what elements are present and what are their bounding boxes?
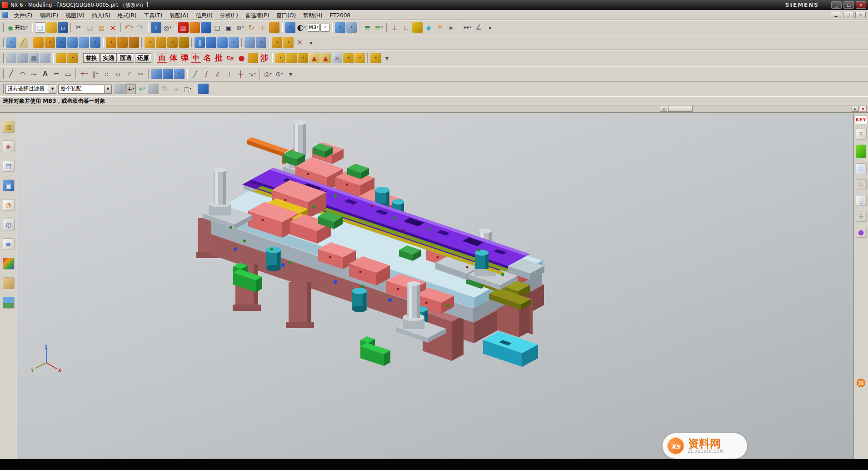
start-menu-button[interactable]: ◉开始▾ <box>6 22 30 33</box>
copy-icon[interactable]: ▤ <box>85 22 95 33</box>
layer-settings-icon[interactable]: ≡ <box>362 22 373 33</box>
perpendicular-icon[interactable]: ⊥ <box>224 69 234 79</box>
toolbar-drag-handle[interactable] <box>2 53 4 63</box>
key-icon[interactable] <box>412 22 423 33</box>
line-icon[interactable]: ╱ <box>6 69 16 79</box>
draft-icon[interactable]: ▾ <box>167 37 178 48</box>
hole-icon[interactable] <box>67 37 78 48</box>
blue-cube-icon[interactable] <box>201 22 211 33</box>
undo-selection-icon[interactable]: ↩ <box>137 84 147 94</box>
zoom-window-icon[interactable]: ▢ <box>212 22 223 33</box>
toolbar-drag-handle[interactable] <box>2 69 4 79</box>
battery-icon[interactable] <box>856 145 866 158</box>
flag-icon-2[interactable]: ▲ <box>320 53 331 63</box>
orient-view-cube-icon[interactable] <box>198 84 209 94</box>
fillet-icon[interactable]: ◜ <box>124 69 135 79</box>
rectangle-icon[interactable]: ▭ <box>63 69 73 79</box>
cut-icon[interactable]: ✂ <box>74 22 84 33</box>
pattern-curve-icon[interactable]: :: <box>101 69 112 79</box>
menu-item-4[interactable]: 插入(S) <box>88 11 114 20</box>
new-file-icon[interactable]: ▢ <box>35 22 45 33</box>
purple-ball-icon[interactable]: ● <box>856 227 867 238</box>
n-sided-icon[interactable]: ▾ <box>229 37 239 48</box>
surface-tool-icon[interactable]: ▾ <box>67 53 78 63</box>
block-icon[interactable]: ▾ <box>56 37 66 48</box>
marquee-select-icon[interactable]: ▢▾ <box>182 84 193 94</box>
offset-face-icon[interactable]: ▾ <box>272 37 282 48</box>
drag-handle-icon[interactable]: + <box>171 84 181 94</box>
solid-translucent-button[interactable]: 实透 <box>100 53 117 63</box>
shaded-view-icon[interactable]: ▾ <box>285 22 295 33</box>
swept-icon[interactable] <box>206 37 216 48</box>
display-mode-icon[interactable]: ◐▾ <box>296 22 307 33</box>
layer-badge[interactable]: 32 <box>857 379 865 387</box>
intersect-icon[interactable] <box>129 37 139 48</box>
key-panel-label[interactable]: KEY <box>854 115 868 124</box>
open-icon[interactable] <box>46 22 57 33</box>
spline-icon[interactable]: ~ <box>29 69 39 79</box>
assembly-sequence-icon[interactable]: ▾ <box>354 53 365 63</box>
constraint-navigator-icon[interactable]: ◈ <box>3 140 15 152</box>
measure-distance-icon[interactable]: ↔▾ <box>462 22 473 33</box>
subtract-icon[interactable] <box>117 37 128 48</box>
plus-tool-icon[interactable]: + <box>856 211 867 222</box>
grid-analysis-icon[interactable]: ▦ <box>29 53 39 63</box>
assembly-navigator-icon[interactable]: ▦ <box>3 121 15 133</box>
window-close-button[interactable]: × <box>856 1 866 9</box>
rotate-view-icon[interactable]: ↻ <box>246 22 257 33</box>
red-ball-icon[interactable]: ● <box>236 53 247 63</box>
extrude-icon[interactable] <box>33 37 44 48</box>
replace-button[interactable]: 替换 <box>83 53 100 63</box>
pattern-component-icon[interactable]: ▾ <box>298 53 308 63</box>
ellipse-icon[interactable]: ⊙▾ <box>274 69 284 79</box>
panel-close-icon[interactable]: × <box>860 106 867 112</box>
redo-icon[interactable]: ↷ <box>135 22 145 33</box>
toolbar-options-icon-2[interactable]: ▾ <box>306 37 316 48</box>
roles-icon[interactable] <box>3 277 15 289</box>
selection-filter-dropdown[interactable]: 没有选择过滤器 ▼ <box>5 85 56 94</box>
macro-she-button[interactable]: 涉 <box>259 53 269 63</box>
sketch-line-icon[interactable]: ╱ <box>190 69 200 79</box>
text-note-icon[interactable]: T <box>856 129 867 140</box>
sketch-icon[interactable]: ╱ <box>17 37 28 48</box>
scroll-right-arrow[interactable]: ▸ <box>852 106 859 112</box>
select-cursor-icon[interactable]: ▸ <box>446 22 457 33</box>
system-materials-icon[interactable]: ≡ <box>3 238 15 250</box>
bridge-curve-icon[interactable]: ∪ <box>113 69 123 79</box>
intersect-curve-icon[interactable] <box>163 69 173 79</box>
toolbar-drag-handle[interactable] <box>2 84 4 94</box>
sparkle-icon[interactable]: * <box>435 22 445 33</box>
menu-item-11[interactable]: 窗口(O) <box>273 11 299 20</box>
wcs-dynamics-icon[interactable]: ⊥ <box>389 22 400 33</box>
scene-icon[interactable] <box>3 297 15 309</box>
scrollbar-thumb[interactable] <box>668 106 693 112</box>
exploded-view-icon[interactable]: ▾ <box>343 53 354 63</box>
perspective-view-icon[interactable] <box>269 22 279 33</box>
offset-curve-icon[interactable]: ∥▾ <box>90 69 100 79</box>
wcs-orient-icon[interactable]: ∟ <box>401 22 411 33</box>
show-hide-icon[interactable]: ▾ <box>335 22 345 33</box>
macro-ming-button[interactable]: 名 <box>202 53 213 63</box>
curvature-analysis-icon[interactable] <box>40 53 50 63</box>
face-translucent-button[interactable]: 面透 <box>118 53 134 63</box>
delete-icon[interactable]: × <box>108 22 118 33</box>
revolve-icon[interactable]: ▾ <box>45 37 55 48</box>
arc-icon[interactable]: ◠ <box>17 69 28 79</box>
ruled-surface-icon[interactable] <box>217 37 228 48</box>
point-icon[interactable]: +▾ <box>79 69 89 79</box>
toolbar-options-icon-4[interactable]: ▾ <box>285 69 296 79</box>
sphere-set-icon[interactable]: ∴ <box>856 163 867 174</box>
section-curve-icon[interactable]: ▾ <box>174 69 185 79</box>
toolbar-options-icon-3[interactable]: ▾ <box>382 53 392 63</box>
molecule-icon[interactable]: ∴ <box>856 179 867 190</box>
measure-angle-icon[interactable]: ∠ <box>474 22 484 33</box>
mirror-feature-icon[interactable]: ▾ <box>256 37 266 48</box>
quick-trim-icon[interactable]: / <box>201 69 212 79</box>
zoom-icon[interactable]: ⊕▾ <box>235 22 245 33</box>
restore-button[interactable]: 还原 <box>135 53 151 63</box>
reflection-analysis-icon[interactable] <box>17 53 28 63</box>
scroll-left-arrow[interactable]: ◂ <box>660 106 667 112</box>
toolbar-drag-handle[interactable] <box>2 23 4 32</box>
face-analysis-icon[interactable] <box>6 53 16 63</box>
toolbar-options-icon[interactable]: ▾ <box>485 22 495 33</box>
